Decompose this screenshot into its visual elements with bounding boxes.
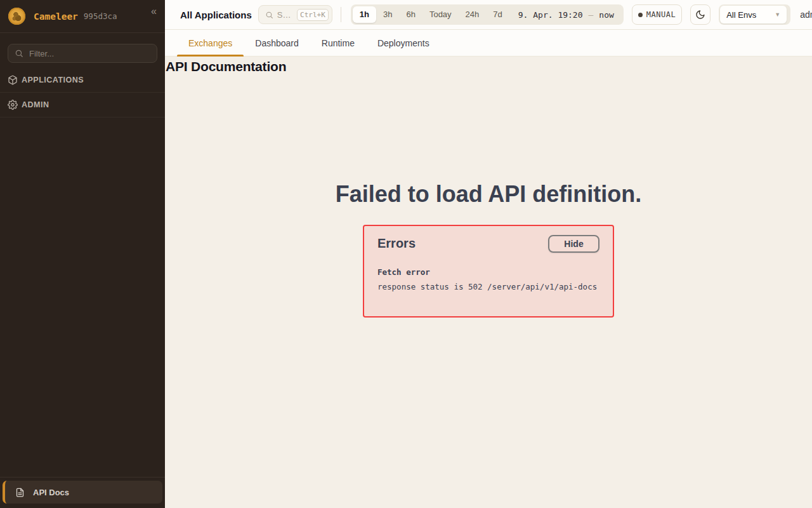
search-placeholder: S… <box>277 10 291 20</box>
topbar-divider <box>341 7 341 22</box>
time-range-24h[interactable]: 24h <box>459 6 487 23</box>
filter-placeholder: Filter... <box>29 49 54 58</box>
environment-selected: All Envs ▼ <box>720 6 787 23</box>
sidebar-header: Cameleer 995d3ca « <box>0 0 165 33</box>
environment-select[interactable]: All Envs ▼ <box>719 4 790 25</box>
sidebar-footer: API Docs <box>0 477 165 508</box>
global-search-input[interactable]: S… Ctrl+K <box>258 5 332 24</box>
manual-refresh-button[interactable]: MANUAL <box>632 4 682 25</box>
error-message: response status is 502 /server/api/v1/ap… <box>377 282 599 291</box>
tab-dashboard[interactable]: Dashboard <box>244 30 310 56</box>
sidebar-filter-input[interactable]: Filter... <box>8 44 157 63</box>
environment-value: All Envs <box>726 10 756 20</box>
hide-errors-button[interactable]: Hide <box>548 235 599 253</box>
sidebar-section-label: APPLICATIONS <box>22 76 84 84</box>
errors-panel: Errors Hide Fetch error response status … <box>363 225 614 318</box>
build-version: 995d3ca <box>84 11 117 21</box>
time-range-7d[interactable]: 7d <box>486 6 509 23</box>
range-to: now <box>599 10 613 20</box>
range-separator: — <box>589 10 594 20</box>
search-shortcut-kbd: Ctrl+K <box>297 9 329 21</box>
time-range-3h[interactable]: 3h <box>376 6 399 23</box>
manual-label: MANUAL <box>646 10 676 19</box>
errors-panel-title: Errors <box>377 236 416 251</box>
package-icon <box>8 75 18 85</box>
tab-exchanges[interactable]: Exchanges <box>177 30 244 56</box>
main-content: API Documentation Failed to load API def… <box>165 57 812 508</box>
time-range-display[interactable]: 9. Apr. 19:20 — now <box>509 10 622 20</box>
sidebar: Cameleer 995d3ca « Filter... APPLICATION… <box>0 0 165 508</box>
cameleer-logo-icon <box>8 8 25 25</box>
time-range-today[interactable]: Today <box>422 6 459 23</box>
page-context-title: All Applications <box>180 10 252 20</box>
tab-runtime[interactable]: Runtime <box>310 30 366 56</box>
sidebar-section-applications[interactable]: APPLICATIONS <box>0 68 165 93</box>
page-title: API Documentation <box>166 59 286 74</box>
chevron-down-icon: ▼ <box>775 11 780 18</box>
time-range-group: 1h 3h 6h Today 24h 7d 9. Apr. 19:20 — no… <box>351 4 624 25</box>
error-name: Fetch error <box>377 267 599 277</box>
sidebar-item-api-docs[interactable]: API Docs <box>3 481 162 504</box>
sidebar-section-admin[interactable]: ADMIN <box>0 93 165 117</box>
topbar: All Applications S… Ctrl+K 1h 3h 6h Toda… <box>165 0 812 30</box>
collapse-sidebar-icon[interactable]: « <box>151 6 157 17</box>
time-range-6h[interactable]: 6h <box>399 6 422 23</box>
status-dot-icon <box>638 13 643 17</box>
brand-name: Cameleer <box>34 11 78 22</box>
search-icon <box>15 49 23 58</box>
tab-deployments[interactable]: Deployments <box>366 30 441 56</box>
gear-icon <box>8 100 18 110</box>
search-icon <box>265 11 273 19</box>
user-name: admin <box>800 10 812 20</box>
fail-message: Failed to load API definition. <box>165 181 812 208</box>
moon-icon <box>695 10 705 20</box>
sidebar-section-label: ADMIN <box>22 100 49 109</box>
time-range-1h[interactable]: 1h <box>353 6 376 23</box>
tabs-bar: Exchanges Dashboard Runtime Deployments <box>165 30 812 57</box>
range-from: 9. Apr. 19:20 <box>518 10 583 20</box>
sidebar-item-label: API Docs <box>33 488 69 497</box>
dark-mode-toggle[interactable] <box>690 4 710 25</box>
file-text-icon <box>15 488 25 497</box>
